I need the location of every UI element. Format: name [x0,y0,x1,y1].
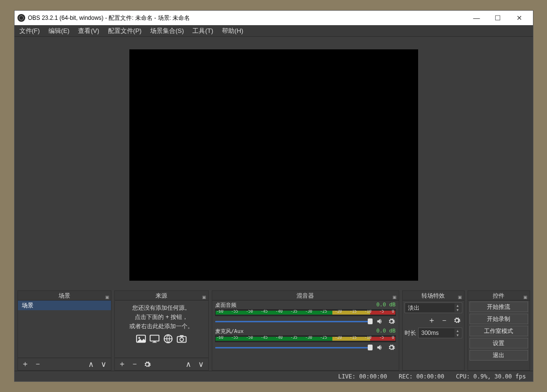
sources-type-icons [115,332,208,348]
sources-body[interactable]: 您还没有添加任何源。 点击下面的 + 按钮， 或者右击此处添加一个。 [115,301,208,358]
duration-label: 时长 [405,329,416,337]
volume-slider[interactable] [215,318,373,325]
panel-transitions: 转场特效 ▣ 淡出 ▲▼ ＋ － 时长 300ms ▲▼ [402,290,465,371]
menu-view[interactable]: 查看(V) [76,26,101,36]
transition-selected: 淡出 [408,304,420,312]
dock-grip-icon[interactable]: ▣ [105,292,109,297]
panel-controls: 控件 ▣ 开始推流 开始录制 工作室模式 设置 退出 [468,290,530,371]
camera-source-icon [176,333,188,347]
volume-slider[interactable] [215,344,373,351]
display-source-icon [149,333,160,347]
status-rec: REC: 00:00:00 [399,373,444,380]
mixer-settings-button[interactable] [387,343,396,352]
mixer-channel: 桌面音频 0.0 dB -60-55-50-45-40-35-30-25-20-… [215,302,396,326]
menu-edit[interactable]: 编辑(E) [47,26,71,36]
mixer-channel-name: 桌面音频 [215,302,236,309]
sources-empty-hint: 您还没有添加任何源。 点击下面的 + 按钮， 或者右击此处添加一个。 [115,301,208,358]
status-live: LIVE: 00:00:00 [338,373,387,380]
image-source-icon [135,333,147,347]
dock-grip-icon[interactable]: ▣ [458,292,463,297]
mixer-channel-name: 麦克风/Aux [215,328,244,335]
duration-input[interactable]: 300ms ▲▼ [418,328,462,338]
preview-canvas[interactable] [129,49,418,281]
remove-transition-button[interactable]: － [439,315,450,326]
move-source-down-button[interactable]: ∨ [196,359,206,370]
titlebar: OBS 23.2.1 (64-bit, windows) - 配置文件: 未命名… [15,11,533,25]
panel-mixer-header: 混音器 ▣ [212,291,399,301]
scenes-toolbar: ＋ － ∧ ∨ [18,358,111,370]
svg-rect-3 [154,341,156,342]
scenes-list[interactable]: 场景 [18,301,111,358]
mixer-body: 桌面音频 0.0 dB -60-55-50-45-40-35-30-25-20-… [212,301,399,370]
source-properties-button[interactable] [142,359,153,370]
menu-scene-collection[interactable]: 场景集合(S) [148,26,186,36]
minimize-button[interactable]: — [466,11,487,25]
mixer-channel-level: 0.0 dB [376,328,396,335]
move-scene-up-button[interactable]: ∧ [86,359,96,370]
controls-body: 开始推流 开始录制 工作室模式 设置 退出 [468,301,530,370]
duration-value: 300ms [422,330,439,336]
panel-sources-title: 来源 [156,292,167,299]
menu-tools[interactable]: 工具(T) [190,26,215,36]
mute-button[interactable] [375,343,384,352]
menu-file[interactable]: 文件(F) [17,26,42,36]
panel-transitions-title: 转场特效 [422,292,445,299]
app-window: OBS 23.2.1 (64-bit, windows) - 配置文件: 未命名… [14,10,533,382]
menubar: 文件(F) 编辑(E) 查看(V) 配置文件(P) 场景集合(S) 工具(T) … [15,25,533,37]
panel-mixer: 混音器 ▣ 桌面音频 0.0 dB -60-55-50-45-40-35-30-… [212,290,399,371]
maximize-button[interactable]: ☐ [487,11,509,25]
move-source-up-button[interactable]: ∧ [183,359,194,370]
scene-item[interactable]: 场景 [18,301,111,310]
add-scene-button[interactable]: ＋ [20,359,31,370]
mute-button[interactable] [375,317,384,326]
svg-point-7 [180,337,184,341]
preview-area [15,37,533,289]
mixer-settings-button[interactable] [387,317,396,326]
panel-transitions-header: 转场特效 ▣ [403,291,464,301]
panel-controls-title: 控件 [493,292,504,299]
volume-meter: -60-55-50-45-40-35-30-25-20-15-10-50 [215,309,396,316]
settings-button[interactable]: 设置 [469,338,528,348]
sources-hint-line: 您还没有添加任何源。 [115,303,208,313]
statusbar: LIVE: 00:00:00 REC: 00:00:00 CPU: 0.9%, … [15,371,533,381]
panels-row: 场景 ▣ 场景 ＋ － ∧ ∨ 来源 ▣ 您还没有添加任何源。 [15,289,533,371]
dock-grip-icon[interactable]: ▣ [523,292,528,297]
panel-scenes-title: 场景 [59,292,70,299]
browser-source-icon [162,333,174,347]
panel-mixer-title: 混音器 [297,292,314,299]
mixer-channel-level: 0.0 dB [376,302,396,309]
transitions-body: 淡出 ▲▼ ＋ － 时长 300ms ▲▼ [403,301,464,370]
start-streaming-button[interactable]: 开始推流 [469,302,528,312]
spinner-arrows-icon[interactable]: ▲▼ [454,329,461,337]
menu-profile[interactable]: 配置文件(P) [106,26,143,36]
sources-hint-line: 或者右击此处添加一个。 [115,322,208,331]
dock-grip-icon[interactable]: ▣ [392,292,397,297]
app-icon [17,14,25,22]
dock-grip-icon[interactable]: ▣ [202,292,207,297]
panel-controls-header: 控件 ▣ [468,291,530,301]
svg-rect-4 [153,342,157,343]
svg-point-1 [139,337,141,339]
status-cpu: CPU: 0.9%, 30.00 fps [456,373,526,380]
panel-sources-header: 来源 ▣ [115,291,208,301]
start-recording-button[interactable]: 开始录制 [469,314,528,324]
add-source-button[interactable]: ＋ [117,359,127,370]
exit-button[interactable]: 退出 [469,350,528,361]
transition-properties-button[interactable] [452,315,462,326]
sources-toolbar: ＋ － ∧ ∨ [115,358,208,370]
menu-help[interactable]: 帮助(H) [220,26,245,36]
svg-rect-2 [150,335,159,341]
studio-mode-button[interactable]: 工作室模式 [469,326,528,336]
sources-hint-line: 点击下面的 + 按钮， [115,313,208,322]
remove-source-button[interactable]: － [129,359,140,370]
move-scene-down-button[interactable]: ∨ [98,359,109,370]
add-transition-button[interactable]: ＋ [426,315,437,326]
volume-meter: -60-55-50-45-40-35-30-25-20-15-10-50 [215,335,396,342]
svg-rect-8 [180,335,184,336]
remove-scene-button[interactable]: － [32,359,43,370]
transition-select[interactable]: 淡出 ▲▼ [405,302,462,313]
panel-sources: 来源 ▣ 您还没有添加任何源。 点击下面的 + 按钮， 或者右击此处添加一个。 [114,290,209,371]
close-button[interactable]: ✕ [509,11,530,25]
panel-scenes: 场景 ▣ 场景 ＋ － ∧ ∨ [17,290,112,371]
panel-scenes-header: 场景 ▣ [18,291,111,301]
